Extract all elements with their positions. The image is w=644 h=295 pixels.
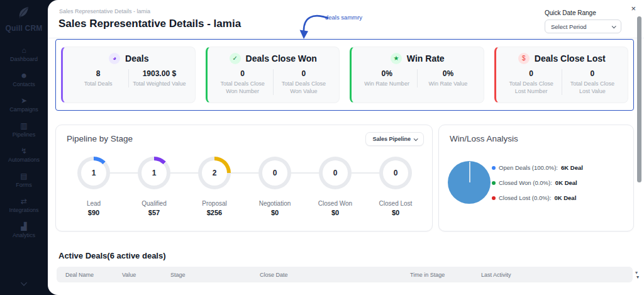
stat-label: Total Deals Close Won Value bbox=[277, 80, 330, 95]
integrations-icon: ⇄ bbox=[21, 198, 27, 205]
card-title: Win Rate bbox=[407, 53, 445, 64]
sidebar-item-campaigns[interactable]: ➤Campaigns bbox=[9, 97, 38, 113]
winloss-legend: Open Deals (100.0%): 6K DealClosed Won (… bbox=[492, 164, 583, 201]
stat-label: Win Rate Number bbox=[360, 80, 413, 87]
stage-value: $0 bbox=[331, 209, 339, 216]
sidebar-item-dashboard[interactable]: ⌂Dashboard bbox=[10, 47, 38, 62]
stat-value: 0 bbox=[566, 69, 619, 78]
stat-label: Total Deals Close Lost Number bbox=[505, 80, 558, 95]
stat-value: 0 bbox=[505, 69, 558, 78]
stat: 8Total Deals bbox=[68, 69, 128, 87]
sidebar-item-label: Integrations bbox=[9, 207, 38, 213]
stage-name: Negotiation bbox=[259, 200, 291, 207]
sidebar-item-pipelines[interactable]: ▥Pipelines bbox=[13, 122, 36, 138]
sidebar-nav: ⌂Dashboard☻Contacts➤Campaigns▥Pipelines↯… bbox=[8, 47, 40, 238]
pipeline-stage-closed-won: 0Closed Won$0 bbox=[305, 157, 365, 216]
card-stats: 8Total Deals1903.00 $Total Weighted Valu… bbox=[68, 69, 190, 87]
legend-item: Closed Lost (0.0%): 0K Deal bbox=[492, 194, 583, 201]
stage-ring: 2 bbox=[198, 157, 231, 189]
stage-value: $256 bbox=[207, 209, 222, 216]
stat-label: Total Deals bbox=[72, 80, 125, 87]
deals-close-won-icon: ✓ bbox=[230, 53, 241, 64]
card-stats: 0Total Deals Close Won Number0Total Deal… bbox=[213, 69, 335, 95]
sidebar-item-label: Forms bbox=[16, 182, 32, 188]
scrollbar-down-arrow-icon[interactable]: ▾ bbox=[636, 274, 639, 280]
campaigns-icon: ➤ bbox=[21, 97, 27, 104]
active-deals-title: Active Deals(6 active deals) bbox=[58, 251, 166, 260]
card-header: ◕Deals bbox=[68, 53, 190, 64]
legend-label: Open Deals (100.0%): bbox=[499, 164, 558, 171]
legend-item: Open Deals (100.0%): 6K Deal bbox=[492, 164, 583, 171]
stat-value: 1903.00 $ bbox=[133, 69, 186, 78]
sidebar-item-label: Analytics bbox=[13, 232, 35, 238]
legend-label: Closed Won (0.0%): bbox=[499, 179, 552, 186]
stage-name: Closed Won bbox=[318, 200, 352, 207]
pipeline-title: Pipeline by Stage bbox=[67, 134, 133, 143]
card-title: Deals bbox=[125, 53, 148, 64]
header-divider bbox=[48, 38, 644, 38]
pipeline-stage-proposal: 2Proposal$256 bbox=[184, 157, 245, 216]
deals-summary-box: ◕Deals8Total Deals1903.00 $Total Weighte… bbox=[55, 39, 634, 111]
sidebar-item-label: Pipelines bbox=[13, 131, 36, 138]
stat-value: 0 bbox=[277, 69, 330, 78]
sidebar: Quill CRM ⌂Dashboard☻Contacts➤Campaigns▥… bbox=[0, 0, 48, 295]
stat: 0%Win Rate Value bbox=[417, 69, 478, 87]
sidebar-item-contacts[interactable]: ☻Contacts bbox=[13, 72, 35, 87]
stage-ring: 1 bbox=[77, 157, 110, 189]
stat-value: 0% bbox=[421, 69, 474, 78]
stage-value: $90 bbox=[88, 209, 99, 216]
close-icon[interactable]: × bbox=[631, 4, 636, 13]
pie-slice-divider bbox=[469, 162, 470, 182]
stat-value: 0% bbox=[360, 69, 413, 78]
sidebar-item-automations[interactable]: ↯Automations bbox=[8, 147, 40, 163]
pipeline-stage-lead: 1Lead$90 bbox=[64, 157, 124, 216]
legend-value: 0K Deal bbox=[555, 179, 577, 186]
stage-name: Qualified bbox=[142, 200, 166, 207]
legend-dot bbox=[492, 181, 496, 185]
stat-label: Total Deals Close Lost Value bbox=[566, 80, 619, 95]
stat: 0%Win Rate Number bbox=[357, 69, 417, 87]
dashboard-icon: ⌂ bbox=[21, 47, 26, 54]
app-name: Quill CRM bbox=[5, 24, 42, 33]
page-title: Sales Representative Details - lamia bbox=[58, 18, 241, 30]
stage-name: Closed Lost bbox=[379, 200, 413, 207]
card-header: $Deals Close Lost bbox=[501, 53, 623, 64]
legend-dot bbox=[492, 196, 496, 200]
sidebar-item-forms[interactable]: ▤Forms bbox=[16, 172, 32, 188]
vertical-scrollbar-thumb[interactable] bbox=[637, 16, 641, 182]
stat-label: Total Deals Close Won Number bbox=[216, 80, 269, 95]
column-header-last-activity: Last Activity bbox=[481, 272, 511, 278]
stat: 0Total Deals Close Lost Number bbox=[501, 69, 562, 95]
quick-date-range: Quick Date Range Select Period bbox=[545, 9, 621, 33]
pipeline-select-button[interactable]: Sales Pipeline bbox=[365, 132, 424, 146]
sidebar-item-integrations[interactable]: ⇄Integrations bbox=[9, 198, 38, 213]
legend-label: Closed Lost (0.0%): bbox=[499, 194, 551, 201]
stage-count: 0 bbox=[323, 160, 348, 186]
deals-close-lost-icon: $ bbox=[518, 53, 530, 64]
summary-card: ◕Deals8Total Deals1903.00 $Total Weighte… bbox=[61, 47, 196, 103]
stage-value: $57 bbox=[148, 209, 160, 216]
legend-item: Closed Won (0.0%): 0K Deal bbox=[492, 179, 583, 186]
sidebar-item-label: Campaigns bbox=[9, 106, 38, 113]
pipeline-stage-closed-lost: 0Closed Lost$0 bbox=[365, 157, 426, 216]
chevron-down-icon bbox=[612, 24, 616, 28]
stage-count: 0 bbox=[262, 160, 287, 186]
sidebar-collapse-chevron-icon[interactable] bbox=[22, 276, 26, 287]
pipeline-select-label: Sales Pipeline bbox=[372, 136, 411, 142]
column-header-time-in-stage: Time in Stage bbox=[410, 272, 445, 278]
analytics-icon: ▟ bbox=[21, 223, 26, 230]
stage-value: $0 bbox=[392, 209, 399, 216]
pipeline-stage-qualified: 1Qualified$57 bbox=[124, 157, 184, 216]
period-select[interactable]: Select Period bbox=[545, 19, 621, 33]
stage-count: 1 bbox=[81, 160, 106, 186]
quill-leaf-icon bbox=[16, 5, 31, 20]
sidebar-item-analytics[interactable]: ▟Analytics bbox=[13, 223, 35, 238]
stage-ring: 0 bbox=[319, 157, 352, 189]
winloss-panel: Win/Loss Analysis Open Deals (100.0%): 6… bbox=[438, 125, 634, 231]
stage-count: 0 bbox=[383, 160, 408, 186]
stage-ring: 0 bbox=[379, 157, 412, 189]
annotation-arrow-icon bbox=[294, 12, 331, 40]
winloss-pie-chart bbox=[448, 161, 491, 204]
card-header: ✓Deals Close Won bbox=[213, 53, 335, 64]
stat: 0Total Deals Close Lost Value bbox=[562, 69, 623, 95]
